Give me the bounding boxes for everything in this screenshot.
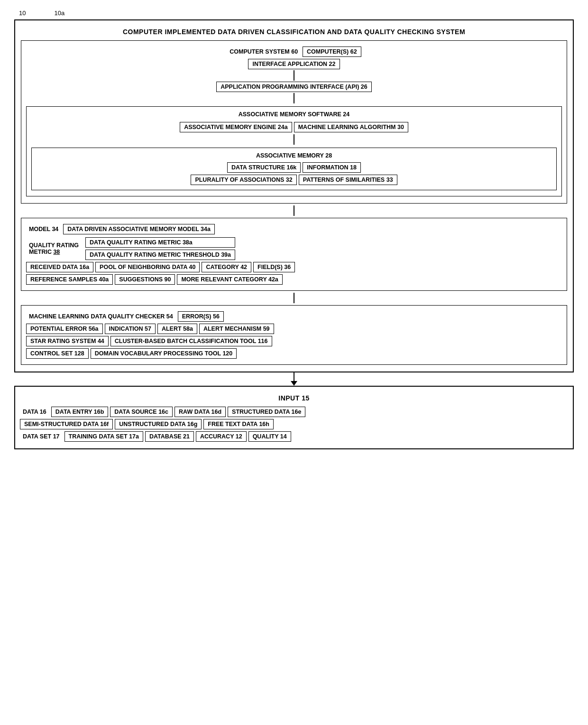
input-title: INPUT 15	[20, 391, 568, 405]
row-am-title: ASSOCIATIVE MEMORY 28	[37, 151, 551, 160]
bordered-computers: COMPUTER(S) 62	[303, 46, 361, 57]
bordered-fields: FIELD(S) 36	[253, 262, 295, 272]
bordered-star-rating: STAR RATING SYSTEM 44	[26, 336, 109, 346]
bordered-category: CATEGORY 42	[202, 262, 251, 272]
bordered-data-structure: DATA STRUCTURE 16k	[227, 162, 301, 173]
outer-title: COMPUTER IMPLEMENTED DATA DRIVEN CLASSIF…	[20, 25, 568, 38]
row-potential-error: POTENTIAL ERROR 56a INDICATION 57 ALERT …	[26, 324, 562, 334]
row-semi-unstructured: SEMI-STRUCTURED DATA 16f UNSTRUCTURED DA…	[20, 419, 568, 429]
connector-4	[20, 205, 568, 216]
connector-line-3	[294, 134, 294, 145]
bordered-free-text: FREE TEXT DATA 16h	[203, 419, 274, 429]
bordered-accuracy: ACCURACY 12	[196, 431, 247, 442]
ref-10a: 10a	[54, 9, 64, 17]
label-model: MODEL 34	[26, 224, 61, 234]
bordered-ame: ASSOCIATIVE MEMORY ENGINE 24a	[180, 122, 292, 132]
bordered-interface-app: INTERFACE APPLICATION 22	[248, 59, 340, 69]
bordered-alert-mechanism: ALERT MECHANISM 59	[199, 324, 274, 334]
arrow-head	[291, 381, 297, 386]
assoc-memory-software-block: ASSOCIATIVE MEMORY SOFTWARE 24 ASSOCIATI…	[26, 106, 562, 196]
label-am-title: ASSOCIATIVE MEMORY 28	[253, 151, 335, 160]
row-reference-suggestions: REFERENCE SAMPLES 40a SUGGESTIONS 90 MOR…	[26, 274, 562, 285]
bordered-data-entry: DATA ENTRY 16b	[51, 407, 109, 417]
bordered-more-relevant: MORE RELEVANT CATEGORY 42a	[177, 274, 282, 285]
row-received-pool: RECEIVED DATA 16a POOL OF NEIGHBORING DA…	[26, 262, 562, 272]
arrow-container	[291, 372, 297, 386]
label-data-set: DATA SET 17	[20, 432, 63, 441]
row-control-domain: CONTROL SET 128 DOMAIN VOCABULARY PROCES…	[26, 348, 562, 359]
bordered-domain-vocab: DOMAIN VOCABULARY PROCESSING TOOL 120	[91, 348, 237, 359]
row-star-cluster: STAR RATING SYSTEM 44 CLUSTER-BASED BATC…	[26, 336, 562, 346]
connector-line-5	[294, 293, 294, 303]
row-api: APPLICATION PROGRAMMING INTERFACE (API) …	[26, 82, 562, 92]
connector-2	[26, 93, 562, 103]
quality-rating-label: QUALITY RATINGMETRIC 38	[26, 241, 82, 257]
computer-system-block: COMPUTER SYSTEM 60 COMPUTER(S) 62 INTERF…	[21, 40, 567, 204]
connector-5	[20, 293, 568, 303]
bordered-potential-error: POTENTIAL ERROR 56a	[26, 324, 103, 334]
row-model: MODEL 34 DATA DRIVEN ASSOCIATIVE MEMORY …	[26, 224, 562, 234]
connector-3	[31, 134, 557, 145]
bordered-ddamm: DATA DRIVEN ASSOCIATIVE MEMORY MODEL 34a	[63, 224, 215, 234]
bordered-pool: POOL OF NEIGHBORING DATA 40	[95, 262, 200, 272]
bordered-dqrmt: DATA QUALITY RATING METRIC THRESHOLD 39a	[85, 250, 235, 260]
row-data-entries: DATA 16 DATA ENTRY 16b DATA SOURCE 16c R…	[20, 407, 568, 417]
bordered-received-data: RECEIVED DATA 16a	[26, 262, 93, 272]
bordered-database: DATABASE 21	[145, 431, 194, 442]
bordered-patterns: PATTERNS OF SIMILARITIES 33	[299, 175, 397, 185]
bordered-structured: STRUCTURED DATA 16e	[228, 407, 305, 417]
bordered-cluster-tool: CLUSTER-BASED BATCH CLASSIFICATION TOOL …	[110, 336, 272, 346]
bordered-raw-data: RAW DATA 16d	[175, 407, 226, 417]
bordered-control-set: CONTROL SET 128	[26, 348, 89, 359]
model-block: MODEL 34 DATA DRIVEN ASSOCIATIVE MEMORY …	[21, 218, 567, 291]
arrow-shaft	[294, 372, 294, 381]
bordered-training-data: TRAINING DATA SET 17a	[64, 431, 143, 442]
diagram-wrapper: 10 10a COMPUTER IMPLEMENTED DATA DRIVEN …	[14, 9, 574, 449]
connector-1	[26, 70, 562, 81]
connector-line-4	[294, 205, 294, 216]
row-checker-errors: MACHINE LEARNING DATA QUALITY CHECKER 54…	[26, 311, 562, 322]
arrow-to-input	[14, 372, 574, 386]
row-interface: INTERFACE APPLICATION 22	[26, 59, 562, 69]
bordered-errors: ERROR(S) 56	[178, 311, 224, 322]
bordered-indication: INDICATION 57	[105, 324, 156, 334]
bordered-reference: REFERENCE SAMPLES 40a	[26, 274, 113, 285]
ref-10: 10	[19, 9, 26, 17]
label-ams-title: ASSOCIATIVE MEMORY SOFTWARE 24	[236, 110, 353, 119]
bordered-alert: ALERT 58a	[157, 324, 197, 334]
row-ams-title: ASSOCIATIVE MEMORY SOFTWARE 24	[31, 110, 557, 119]
outer-system-box: COMPUTER IMPLEMENTED DATA DRIVEN CLASSIF…	[14, 19, 574, 372]
connector-line-2	[294, 93, 294, 103]
bordered-api: APPLICATION PROGRAMMING INTERFACE (API) …	[216, 82, 372, 92]
bordered-plural-assoc: PLURALITY OF ASSOCIATIONS 32	[191, 175, 296, 185]
bordered-unstructured: UNSTRUCTURED DATA 16g	[115, 419, 202, 429]
row-qrm: QUALITY RATINGMETRIC 38 DATA QUALITY RAT…	[26, 237, 562, 260]
bordered-dqrm: DATA QUALITY RATING METRIC 38a	[85, 237, 235, 248]
label-data: DATA 16	[20, 407, 49, 417]
row-ds-info: DATA STRUCTURE 16k INFORMATION 18	[37, 162, 551, 173]
bordered-quality: QUALITY 14	[248, 431, 291, 442]
row-pa-pos: PLURALITY OF ASSOCIATIONS 32 PATTERNS OF…	[37, 175, 551, 185]
ml-checker-block: MACHINE LEARNING DATA QUALITY CHECKER 54…	[21, 305, 567, 365]
qrm-items: DATA QUALITY RATING METRIC 38a DATA QUAL…	[85, 237, 235, 260]
label-computer-system: COMPUTER SYSTEM 60	[227, 47, 301, 56]
input-block: INPUT 15 DATA 16 DATA ENTRY 16b DATA SOU…	[14, 386, 574, 449]
connector-line-1	[294, 70, 294, 81]
label-checker: MACHINE LEARNING DATA QUALITY CHECKER 54	[26, 312, 176, 321]
bordered-mla: MACHINE LEARNING ALGORITHM 30	[294, 122, 408, 132]
bordered-data-source: DATA SOURCE 16c	[110, 407, 173, 417]
label-qrm: QUALITY RATINGMETRIC 38	[26, 241, 82, 257]
bordered-information: INFORMATION 18	[303, 162, 361, 173]
row-dataset: DATA SET 17 TRAINING DATA SET 17a DATABA…	[20, 431, 568, 442]
bordered-suggestions: SUGGESTIONS 90	[115, 274, 175, 285]
top-labels: 10 10a	[14, 9, 574, 17]
row-cs-computers: COMPUTER SYSTEM 60 COMPUTER(S) 62	[26, 46, 562, 57]
row-ame-mla: ASSOCIATIVE MEMORY ENGINE 24a MACHINE LE…	[31, 122, 557, 132]
bordered-semi-structured: SEMI-STRUCTURED DATA 16f	[20, 419, 113, 429]
assoc-memory-block: ASSOCIATIVE MEMORY 28 DATA STRUCTURE 16k…	[31, 148, 557, 190]
